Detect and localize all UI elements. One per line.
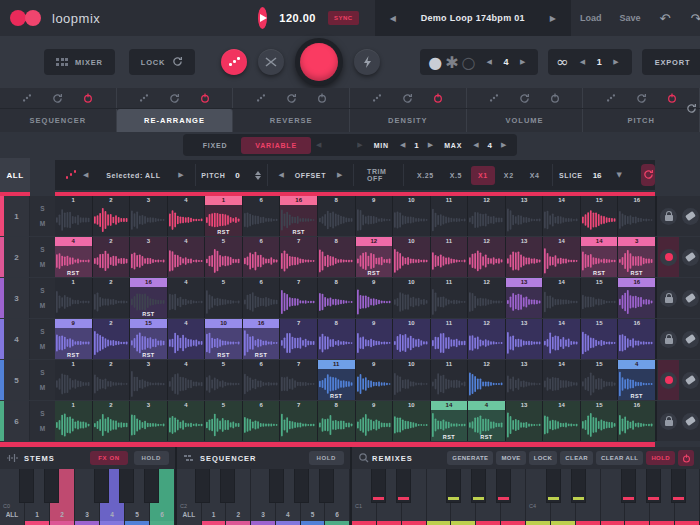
preset-name[interactable]: Demo Loop 174bpm 01 xyxy=(403,13,543,23)
tab-power-icon[interactable] xyxy=(550,93,561,104)
loop-dec-icon[interactable]: ◀ xyxy=(575,58,590,66)
slice-cell[interactable]: 2 xyxy=(93,360,131,400)
stems-hold-button[interactable]: HOLD xyxy=(134,451,169,465)
tab-dice-icon[interactable] xyxy=(605,93,616,104)
slice-cell[interactable]: 12 xyxy=(468,237,506,277)
instant-knob[interactable] xyxy=(354,49,380,75)
black-key[interactable] xyxy=(471,469,486,503)
move-button[interactable]: MOVE xyxy=(496,451,525,465)
slice-cell[interactable]: 10 xyxy=(393,196,431,236)
randomize-knob[interactable] xyxy=(221,49,247,75)
preset-next-icon[interactable]: ▶ xyxy=(543,14,563,23)
slice-cell[interactable]: 8 xyxy=(318,401,356,441)
slice-cell[interactable]: 13 xyxy=(506,401,544,441)
track-number[interactable]: 1 xyxy=(4,196,29,236)
select-all-tracks-button[interactable]: ALL xyxy=(0,158,30,192)
track-erase-button[interactable] xyxy=(682,290,699,307)
remixes-hold-button[interactable]: HOLD xyxy=(646,451,675,465)
mute-button[interactable]: M xyxy=(40,302,45,309)
tab-cycle-icon[interactable] xyxy=(402,93,413,104)
slice-cell[interactable]: 8 xyxy=(318,278,356,318)
slice-cell[interactable]: 6 xyxy=(243,237,281,277)
slice-cell[interactable]: 7 xyxy=(280,278,318,318)
tab-power-icon[interactable] xyxy=(316,93,327,104)
solo-button[interactable]: S xyxy=(40,287,44,294)
slice-cell[interactable]: 10 xyxy=(393,237,431,277)
tab-dice-icon[interactable] xyxy=(138,93,149,104)
slice-cell[interactable]: 9 xyxy=(356,360,394,400)
pattern-inc-icon[interactable]: ▶ xyxy=(515,58,530,66)
offset-left-icon[interactable]: ◀ xyxy=(273,171,288,179)
tab-cycle-icon[interactable] xyxy=(519,93,530,104)
slice-cell[interactable]: 15RST xyxy=(130,319,168,359)
slice-cell[interactable]: 15 xyxy=(581,196,619,236)
tab-power-icon[interactable] xyxy=(200,93,211,104)
slice-cell[interactable]: 8 xyxy=(318,237,356,277)
slice-cell[interactable]: 14 xyxy=(543,278,581,318)
slice-cell[interactable]: 15 xyxy=(581,278,619,318)
fixed-button[interactable]: FIXED xyxy=(189,137,242,154)
slice-cell[interactable]: 11 xyxy=(431,196,469,236)
bpm-display[interactable]: 120.00 xyxy=(279,12,316,24)
tab-power-icon[interactable] xyxy=(666,93,677,104)
slice-cell[interactable]: 7 xyxy=(280,237,318,277)
slice-cell[interactable]: 5 xyxy=(205,237,243,277)
slice-cell[interactable]: 10 xyxy=(393,319,431,359)
slice-cell[interactable]: 16 xyxy=(618,278,656,318)
black-key[interactable] xyxy=(94,469,109,503)
slice-cell[interactable]: 15 xyxy=(581,360,619,400)
slice-cell[interactable]: 9 xyxy=(356,401,394,441)
speed-x1[interactable]: X1 xyxy=(471,166,495,185)
slice-cell[interactable]: 8 xyxy=(318,196,356,236)
slice-cell[interactable]: 1 xyxy=(55,401,93,441)
tab-power-icon[interactable] xyxy=(433,93,444,104)
black-key[interactable] xyxy=(396,469,411,503)
lock-button[interactable]: LOCK xyxy=(129,49,195,75)
track-erase-button[interactable] xyxy=(682,331,699,348)
save-button[interactable]: Save xyxy=(610,13,649,23)
trim-button[interactable]: TRIM OFF xyxy=(360,162,397,188)
sequencer-hold-button[interactable]: HOLD xyxy=(309,451,344,465)
black-key[interactable] xyxy=(546,469,561,503)
slice-cell[interactable]: 11RST xyxy=(318,360,356,400)
slice-cell[interactable]: 14RST xyxy=(581,237,619,277)
track-lock-button[interactable] xyxy=(660,413,677,430)
track-erase-button[interactable] xyxy=(682,249,699,266)
slice-cell[interactable]: 4 xyxy=(168,278,206,318)
slice-cell[interactable]: 1 xyxy=(55,360,93,400)
speed-x.25[interactable]: X.25 xyxy=(410,166,441,185)
tab-re-arrange[interactable]: RE-ARRANGE xyxy=(117,109,234,132)
slice-cell[interactable]: 3 xyxy=(130,360,168,400)
black-key[interactable] xyxy=(496,469,511,503)
mute-button[interactable]: M xyxy=(40,343,45,350)
slice-cell[interactable]: 6 xyxy=(243,196,281,236)
black-key[interactable] xyxy=(446,469,461,503)
slice-cell[interactable]: 7 xyxy=(280,401,318,441)
slice-cell[interactable]: 1 xyxy=(55,278,93,318)
slice-value[interactable]: 16 xyxy=(589,171,606,180)
generate-button[interactable]: GENERATE xyxy=(447,451,493,465)
black-key[interactable] xyxy=(195,469,210,503)
black-key[interactable] xyxy=(571,469,586,503)
slice-cell[interactable]: 14 xyxy=(543,319,581,359)
slice-cell[interactable]: 14 xyxy=(543,360,581,400)
main-remix-button[interactable] xyxy=(295,38,343,86)
max-dec-icon[interactable]: ◀ xyxy=(468,141,483,149)
slice-cell[interactable]: 14RST xyxy=(431,401,469,441)
slice-cell[interactable]: 14 xyxy=(543,401,581,441)
solo-button[interactable]: S xyxy=(40,328,44,335)
speed-x.5[interactable]: X.5 xyxy=(443,166,469,185)
track-number[interactable]: 5 xyxy=(4,360,29,400)
play-button[interactable] xyxy=(258,7,267,29)
tab-cycle-icon[interactable] xyxy=(169,93,180,104)
infinity-icon[interactable]: ∞ xyxy=(556,53,569,71)
slice-cell[interactable]: 16RST xyxy=(243,319,281,359)
slice-cell[interactable]: 16 xyxy=(618,319,656,359)
solo-button[interactable]: S xyxy=(40,205,44,212)
slice-cell[interactable]: 3 xyxy=(130,196,168,236)
slice-cell[interactable]: 11 xyxy=(431,319,469,359)
slice-cell[interactable]: 16 xyxy=(618,196,656,236)
black-key[interactable] xyxy=(646,469,661,503)
min-value[interactable]: 1 xyxy=(410,141,422,150)
slice-cell[interactable]: 14 xyxy=(543,237,581,277)
